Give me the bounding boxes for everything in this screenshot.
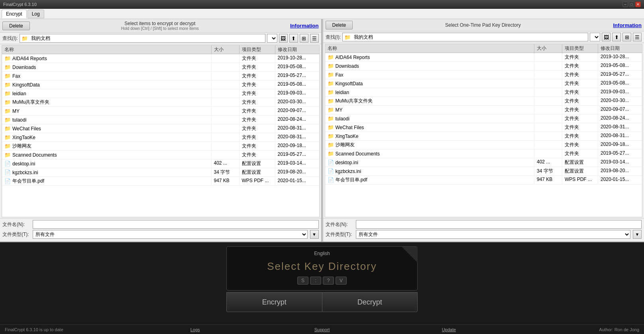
file-size-cell [212,81,240,89]
left-path-dropdown[interactable] [267,34,277,43]
list-item[interactable]: 📁XingTaoKe文件夹2020-08-31... [2,133,319,142]
list-item[interactable]: 📁Scanned Documents文件夹2019-05-27... [2,151,319,159]
file-name-text: 沙雕网友 [336,141,355,148]
right-path-dropdown[interactable] [590,33,600,41]
file-size-cell [212,124,240,133]
list-item[interactable]: 📁WeChat Files文件夹2020-08-31... [325,123,642,132]
right-col-size[interactable]: 大小 [534,44,562,53]
tab-encrypt[interactable]: Encrypt [2,10,27,18]
close-button[interactable]: ✕ [635,2,641,7]
file-size-cell [534,106,562,114]
file-name-cell: 📁沙雕网友 [2,142,212,150]
left-icon-btn-2[interactable]: ⬆ [289,34,298,43]
left-filename-input[interactable] [33,220,319,229]
list-item[interactable]: 📁Fax文件夹2019-05-27... [2,72,319,81]
list-item[interactable]: 📁MY文件夹2020-09-07... [2,107,319,116]
right-path-input[interactable] [352,33,586,41]
file-name-cell: 📁Fax [325,71,535,79]
right-filename-input[interactable] [356,220,642,229]
file-type-cell: 配置设置 [240,168,275,177]
list-item[interactable]: 📁AIDA64 Reports文件夹2019-10-28... [325,53,642,62]
right-col-type[interactable]: 项目类型 [562,44,598,53]
list-item[interactable]: 📁沙雕网友文件夹2020-09-18... [325,141,642,149]
left-filetype-dropdown-btn[interactable]: ▼ [310,230,319,239]
file-date-cell: 2019-08-20... [275,168,319,177]
minimize-button[interactable]: – [622,2,628,7]
file-date-cell: 2019-09-03... [598,88,642,96]
list-item[interactable]: 📁Downloads文件夹2019-05-08... [325,62,642,71]
left-file-panel: Delete Select items to encrypt or decryp… [0,19,322,242]
list-item[interactable]: 📁KingsoftData文件夹2019-05-08... [2,81,319,89]
list-item[interactable]: 📁KingsoftData文件夹2019-05-08... [325,79,642,88]
list-item[interactable]: 📄kgzbckzs.ini34 字节配置设置2019-08-20... [2,168,319,177]
titlebar: FinalCrypt 6.3.10 – □ ✕ [0,0,644,9]
file-type-cell: 文件夹 [562,88,598,96]
left-col-date[interactable]: 修改日期 [275,45,319,54]
list-item[interactable]: 📁leidian文件夹2019-09-03... [2,89,319,98]
list-item[interactable]: 📁Downloads文件夹2019-05-08... [2,63,319,72]
left-panel-footer: 文件名(N): 文件类型(T): 所有文件 ▼ [0,218,321,242]
right-icon-btn-2[interactable]: ⬆ [612,33,621,41]
list-item[interactable]: 📁tulaodi文件夹2020-08-24... [2,116,319,124]
encrypt-button[interactable]: Encrypt [226,292,322,312]
right-col-name[interactable]: 名称 [325,44,535,53]
right-col-date[interactable]: 修改日期 [598,44,642,53]
left-col-type[interactable]: 项目类型 [240,45,275,54]
list-item[interactable]: 📁WeChat Files文件夹2020-08-31... [2,124,319,133]
list-item[interactable]: 📁XingTaoKe文件夹2020-08-31... [325,132,642,141]
list-item[interactable]: 📁AIDA64 Reports文件夹2019-10-28... [2,54,319,63]
left-col-size[interactable]: 大小 [212,45,240,54]
file-name-text: Scanned Documents [336,151,380,157]
right-icon-btn-1[interactable]: 🖼 [602,33,611,41]
tab-log[interactable]: Log [27,10,44,18]
folder-icon: 📁 [328,151,334,157]
list-item[interactable]: 📁leidian文件夹2019-09-03... [325,88,642,97]
folder-icon: 📁 [4,99,11,105]
right-icon-btn-4[interactable]: ☰ [633,33,642,41]
list-item[interactable]: 📄desktop.ini402 ...配置设置2019-03-14... [2,159,319,168]
left-panel-header: Delete Select items to encrypt or decryp… [0,19,321,33]
list-item[interactable]: 📄desktop.ini402 ...配置设置2019-03-14... [325,158,642,167]
right-delete-button[interactable]: Delete [326,21,353,29]
file-type-cell: 文件夹 [562,114,598,123]
right-info-link[interactable]: Information [613,22,642,28]
list-item[interactable]: 📄年会节目单.pdf947 KBWPS PDF ...2020-01-15... [2,177,319,186]
file-name-cell: 📄年会节目单.pdf [2,177,212,185]
decrypt-button[interactable]: Decrypt [322,292,418,312]
right-header-info: Select One-Time Pad Key Directory [355,22,611,28]
right-filetype-dropdown-btn[interactable]: ▼ [633,230,642,239]
file-date-cell: 2020-09-07... [598,106,642,114]
right-filename-label: 文件名(N): [326,221,353,228]
list-item[interactable]: 📄kgzbckzs.ini34 字节配置设置2019-08-20... [325,167,642,176]
maximize-button[interactable]: □ [629,2,634,7]
list-item[interactable]: 📁MuMu共享文件夹文件夹2020-03-30... [2,98,319,107]
folder-icon: 📁 [4,143,11,149]
right-filetype-select[interactable]: 所有文件 [356,230,631,239]
file-name-cell: 📁WeChat Files [325,123,535,132]
logs-link[interactable]: Logs [132,327,258,332]
left-icon-btn-3[interactable]: ⊞ [300,34,308,43]
list-item[interactable]: 📁tulaodi文件夹2020-08-24... [325,114,642,123]
file-name-text: Fax [12,73,20,79]
left-info-link[interactable]: Information [290,23,319,29]
update-link[interactable]: Update [385,327,512,332]
list-item[interactable]: 📁MuMu共享文件夹文件夹2020-03-30... [325,97,642,106]
left-path-input[interactable] [29,34,263,42]
list-item[interactable]: 📁Scanned Documents文件夹2019-05-27... [325,149,642,158]
folder-icon: 📁 [328,89,334,95]
list-item[interactable]: 📁沙雕网友文件夹2020-09-18... [2,142,319,151]
left-delete-button[interactable]: Delete [2,22,30,30]
list-item[interactable]: 📁MY文件夹2020-09-07... [325,106,642,114]
left-icon-btn-1[interactable]: 🖼 [279,34,288,43]
file-panels: Delete Select items to encrypt or decryp… [0,19,644,242]
list-item[interactable]: 📁Fax文件夹2019-05-27... [325,71,642,79]
left-col-name[interactable]: 名称 [2,45,212,54]
file-name-text: WeChat Files [12,126,41,132]
file-type-cell: 配置设置 [240,159,275,168]
list-item[interactable]: 📄年会节目单.pdf947 KBWPS PDF ...2020-01-15... [325,176,642,185]
left-filetype-select[interactable]: 所有文件 [33,230,308,239]
support-link[interactable]: Support [259,327,385,332]
file-name-cell: 📁Fax [2,72,212,80]
left-icon-btn-4[interactable]: ☰ [310,34,319,43]
right-icon-btn-3[interactable]: ⊞ [622,33,631,41]
